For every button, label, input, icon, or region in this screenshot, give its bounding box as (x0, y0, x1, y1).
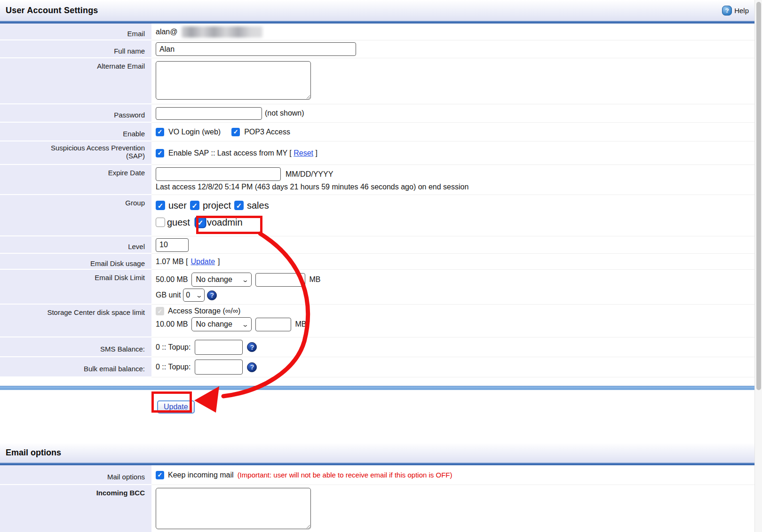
pop3-access-checkbox[interactable]: ✓ (231, 128, 240, 136)
bulk-topup-help-icon[interactable]: ? (247, 362, 257, 372)
form-footer-spacer (0, 377, 754, 384)
email-value-prefix: alan@ (156, 28, 178, 36)
password-row: Password (not shown) (0, 104, 754, 123)
group-sales-checkbox[interactable]: ✓ (234, 201, 244, 210)
sap-label: Suspicious Access Prevention (SAP) (0, 141, 151, 165)
sap-reset-link[interactable]: Reset (294, 149, 313, 157)
vo-login-checkbox[interactable]: ✓ (156, 128, 164, 136)
disk-limit-row: Email Disk Limit 50.00 MB No change⌄ MB … (0, 270, 754, 305)
storage-unit: MB (295, 320, 306, 329)
bulk-balance-label: Bulk email balance: (0, 357, 151, 377)
sap-row: Suspicious Access Prevention (SAP) ✓ Ena… (0, 141, 754, 165)
storage-amount-input[interactable] (255, 318, 291, 331)
email-options-header: Email options (0, 443, 754, 462)
storage-limit-row: Storage Center disk space limit ✓ Access… (0, 305, 754, 337)
full-name-row: Full name (0, 40, 754, 58)
disk-limit-unit: MB (309, 275, 320, 284)
group-row: Group ✓ user ✓ project ✓ sales ✓ guest ✓… (0, 195, 754, 236)
disk-limit-label: Email Disk Limit (0, 270, 151, 305)
disk-usage-text: 1.07 MB [ (156, 258, 188, 266)
incoming-bcc-row: Incoming BCC (0, 485, 754, 532)
sms-balance-row: SMS Balance: 0 :: Topup: ? (0, 337, 754, 357)
group-project-label: project (203, 200, 231, 211)
gb-unit-label: GB unit (156, 291, 181, 299)
email-options-title: Email options (6, 448, 61, 458)
access-storage-checkbox: ✓ (156, 307, 164, 315)
disk-limit-current: 50.00 MB (156, 275, 188, 284)
keep-incoming-mail-label: Keep incoming mail (168, 471, 234, 479)
form-bottom-divider (0, 386, 754, 390)
full-name-input[interactable] (156, 42, 356, 56)
expire-date-format-hint: MM/DD/YYYY (286, 170, 333, 179)
bulk-balance-text: 0 :: Topup: (156, 363, 190, 371)
storage-select[interactable]: No change⌄ (191, 317, 252, 331)
storage-current: 10.00 MB (156, 320, 188, 329)
storage-limit-label: Storage Center disk space limit (0, 305, 151, 337)
scrollbar-thumb[interactable] (756, 2, 761, 390)
mail-options-warning: (Important: user will not be able to rec… (238, 471, 452, 479)
email-redacted-domain (182, 26, 262, 38)
level-row: Level (0, 236, 754, 254)
sms-topup-input[interactable] (195, 340, 243, 355)
help-label: Help (734, 7, 749, 15)
group-user-label: user (168, 200, 187, 211)
gb-unit-select[interactable]: 0⌄ (183, 289, 205, 302)
enable-label: Enable (0, 123, 151, 141)
password-label: Password (0, 104, 151, 123)
expire-date-input[interactable] (156, 167, 281, 181)
help-button[interactable]: ? Help (722, 6, 749, 16)
gb-unit-help-icon[interactable]: ? (207, 290, 217, 300)
vertical-scrollbar[interactable] (754, 0, 762, 532)
last-access-text: Last access 12/8/20 5:14 PM (463 days 21… (156, 183, 754, 191)
password-note: (not shown) (265, 109, 304, 117)
expire-date-row: Expire Date MM/DD/YYYY Last access 12/8/… (0, 165, 754, 195)
incoming-bcc-textarea[interactable] (156, 488, 311, 529)
mail-options-row: Mail options ✓ Keep incoming mail (Impor… (0, 465, 754, 485)
bulk-balance-row: Bulk email balance: 0 :: Topup: ? (0, 357, 754, 377)
keep-incoming-mail-checkbox[interactable]: ✓ (156, 471, 164, 479)
page-header: User Account Settings ? Help (0, 0, 754, 21)
pop3-access-label: POP3 Access (244, 128, 290, 136)
sap-text: Enable SAP :: Last access from MY [ Rese… (168, 149, 318, 157)
level-input[interactable] (156, 238, 189, 252)
alternate-email-label: Alternate Email (0, 58, 151, 104)
expire-date-label: Expire Date (0, 165, 151, 195)
disk-usage-label: Email Disk usage (0, 254, 151, 270)
group-guest-label: guest (167, 217, 190, 228)
group-label: Group (0, 195, 151, 236)
incoming-bcc-label: Incoming BCC (0, 485, 151, 532)
full-name-label: Full name (0, 40, 151, 58)
group-voadmin-checkbox[interactable]: ✓ (196, 218, 205, 227)
disk-limit-select[interactable]: No change⌄ (191, 273, 252, 287)
group-project-checkbox[interactable]: ✓ (190, 201, 199, 210)
sms-balance-label: SMS Balance: (0, 337, 151, 357)
mail-options-label: Mail options (0, 465, 151, 485)
bulk-topup-input[interactable] (195, 360, 243, 375)
group-sales-label: sales (247, 200, 269, 211)
sms-balance-text: 0 :: Topup: (156, 343, 190, 352)
email-row: Email alan@ (0, 23, 754, 40)
access-storage-label: Access Storage (∞/∞) (168, 307, 240, 315)
update-button[interactable]: Update (157, 400, 195, 414)
enable-sap-checkbox[interactable]: ✓ (156, 149, 164, 157)
alternate-email-textarea[interactable] (156, 61, 311, 100)
level-label: Level (0, 236, 151, 254)
help-icon: ? (722, 6, 732, 16)
disk-usage-update-link[interactable]: Update (190, 258, 215, 266)
enable-row: Enable ✓ VO Login (web) ✓ POP3 Access (0, 123, 754, 141)
alternate-email-row: Alternate Email (0, 58, 754, 104)
password-input[interactable] (156, 107, 262, 120)
sms-topup-help-icon[interactable]: ? (247, 342, 257, 352)
user-account-settings-page: User Account Settings ? Help Email alan@… (0, 0, 762, 532)
disk-usage-row: Email Disk usage 1.07 MB [ Update ] (0, 254, 754, 270)
email-label: Email (0, 23, 151, 40)
disk-limit-amount-input[interactable] (255, 273, 305, 287)
group-guest-checkbox[interactable]: ✓ (156, 218, 165, 227)
page-title: User Account Settings (6, 6, 98, 16)
vo-login-label: VO Login (web) (168, 128, 221, 136)
group-user-checkbox[interactable]: ✓ (156, 201, 165, 210)
group-voadmin-label: voadmin (207, 217, 243, 228)
